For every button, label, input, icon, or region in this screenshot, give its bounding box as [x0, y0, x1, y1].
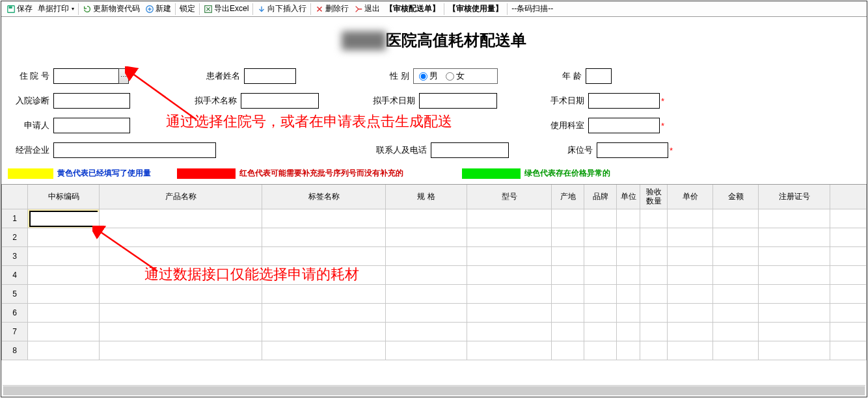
- row-number[interactable]: 4: [2, 266, 28, 285]
- qty-cell[interactable]: [640, 323, 668, 341]
- tender-cell[interactable]: [28, 228, 100, 247]
- unit-cell[interactable]: [617, 304, 640, 323]
- brand-cell[interactable]: [584, 228, 617, 247]
- row-number[interactable]: 3: [2, 247, 28, 266]
- hosp-no-lookup-button[interactable]: ⋯: [118, 68, 129, 84]
- diagnosis-input[interactable]: [53, 93, 130, 109]
- price-cell[interactable]: [668, 247, 713, 266]
- tender-cell[interactable]: ⋯: [28, 209, 100, 228]
- qty-cell[interactable]: [640, 341, 668, 360]
- qty-cell[interactable]: [640, 209, 668, 228]
- patient-name-input[interactable]: [244, 68, 296, 84]
- unit-cell[interactable]: [617, 247, 640, 266]
- origin-cell[interactable]: [552, 323, 584, 341]
- model-cell[interactable]: [467, 323, 552, 341]
- audit-usage-button[interactable]: 【审核使用量】: [446, 2, 506, 16]
- bed-input[interactable]: [597, 142, 668, 158]
- model-cell[interactable]: [467, 228, 552, 247]
- op-date-input[interactable]: [588, 93, 660, 109]
- regno-cell[interactable]: [759, 285, 830, 304]
- tender-cell[interactable]: [28, 285, 100, 304]
- price-cell[interactable]: [668, 341, 713, 360]
- qty-cell[interactable]: [640, 247, 668, 266]
- regno-cell[interactable]: [759, 266, 830, 285]
- amount-cell[interactable]: [713, 341, 759, 360]
- regno-cell[interactable]: [759, 304, 830, 323]
- col-label[interactable]: 标签名称: [262, 185, 386, 209]
- col-spec[interactable]: 规 格: [386, 185, 467, 209]
- product-cell[interactable]: [100, 209, 262, 228]
- unit-cell[interactable]: [617, 266, 640, 285]
- delete-row-button[interactable]: 删除行: [312, 2, 351, 16]
- spec-cell[interactable]: [386, 323, 467, 341]
- unit-cell[interactable]: [617, 323, 640, 341]
- amount-cell[interactable]: [713, 266, 759, 285]
- regno-cell[interactable]: [759, 323, 830, 341]
- sex-female-radio[interactable]: 女: [446, 70, 465, 82]
- regno-cell[interactable]: [759, 209, 830, 228]
- brand-cell[interactable]: [584, 209, 617, 228]
- regno-cell[interactable]: [759, 228, 830, 247]
- price-cell[interactable]: [668, 304, 713, 323]
- unit-cell[interactable]: [617, 285, 640, 304]
- col-brand[interactable]: 品牌: [584, 185, 617, 209]
- exit-button[interactable]: 退出: [351, 2, 383, 16]
- use-dept-input[interactable]: [588, 118, 660, 133]
- brand-cell[interactable]: [584, 247, 617, 266]
- label-cell[interactable]: [262, 228, 386, 247]
- sex-male-radio[interactable]: 男: [419, 70, 438, 82]
- qty-cell[interactable]: [640, 228, 668, 247]
- company-input[interactable]: [53, 142, 216, 158]
- horizontal-scrollbar[interactable]: [3, 385, 865, 395]
- amount-cell[interactable]: [713, 247, 759, 266]
- applicant-input[interactable]: [53, 118, 130, 133]
- origin-cell[interactable]: [552, 247, 584, 266]
- origin-cell[interactable]: [552, 266, 584, 285]
- label-cell[interactable]: [262, 285, 386, 304]
- unit-cell[interactable]: [617, 209, 640, 228]
- new-button[interactable]: 新建: [142, 2, 174, 16]
- print-button[interactable]: 单据打印 ▾: [35, 2, 77, 16]
- brand-cell[interactable]: [584, 323, 617, 341]
- qty-cell[interactable]: [640, 266, 668, 285]
- qty-cell[interactable]: [640, 304, 668, 323]
- brand-cell[interactable]: [584, 304, 617, 323]
- barcode-scan-button[interactable]: --条码扫描--: [509, 2, 556, 16]
- amount-cell[interactable]: [713, 285, 759, 304]
- origin-cell[interactable]: [552, 209, 584, 228]
- col-price[interactable]: 单价: [668, 185, 713, 209]
- tender-input[interactable]: [31, 212, 100, 226]
- price-cell[interactable]: [668, 285, 713, 304]
- row-number[interactable]: 6: [2, 304, 28, 323]
- row-number[interactable]: 8: [2, 341, 28, 360]
- contact-input[interactable]: [431, 142, 509, 158]
- qty-cell[interactable]: [640, 285, 668, 304]
- col-unit[interactable]: 单位: [617, 185, 640, 209]
- audit-delivery-button[interactable]: 【审核配送单】: [383, 2, 442, 16]
- product-cell[interactable]: [100, 266, 262, 285]
- product-cell[interactable]: [100, 341, 262, 360]
- spec-cell[interactable]: [386, 266, 467, 285]
- origin-cell[interactable]: [552, 341, 584, 360]
- refresh-code-button[interactable]: 更新物资代码: [80, 2, 142, 16]
- model-cell[interactable]: [467, 285, 552, 304]
- tender-cell[interactable]: [28, 323, 100, 341]
- model-cell[interactable]: [467, 341, 552, 360]
- product-cell[interactable]: [100, 285, 262, 304]
- scroll-thumb[interactable]: [3, 386, 865, 395]
- label-cell[interactable]: [262, 323, 386, 341]
- hosp-no-input[interactable]: [53, 68, 118, 84]
- row-number[interactable]: 7: [2, 323, 28, 341]
- tender-cell[interactable]: [28, 247, 100, 266]
- insert-row-button[interactable]: 向下插入行: [254, 2, 309, 16]
- spec-cell[interactable]: [386, 209, 467, 228]
- product-cell[interactable]: [100, 323, 262, 341]
- col-product[interactable]: 产品名称: [100, 185, 262, 209]
- brand-cell[interactable]: [584, 266, 617, 285]
- origin-cell[interactable]: [552, 285, 584, 304]
- price-cell[interactable]: [668, 209, 713, 228]
- amount-cell[interactable]: [713, 304, 759, 323]
- label-cell[interactable]: [262, 341, 386, 360]
- spec-cell[interactable]: [386, 304, 467, 323]
- brand-cell[interactable]: [584, 341, 617, 360]
